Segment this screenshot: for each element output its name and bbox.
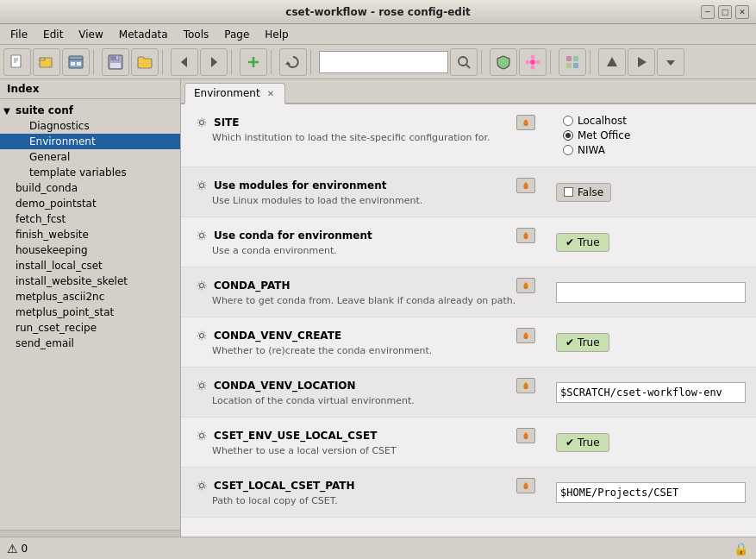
menu-item-metadata[interactable]: Metadata: [112, 27, 175, 42]
tree-label: Diagnostics: [29, 120, 90, 132]
tree-item-fetch_fcst[interactable]: fetch_fcst: [0, 211, 180, 227]
trigger-btn-5[interactable]: [516, 378, 535, 393]
refresh-button[interactable]: [279, 48, 307, 76]
menu-item-help[interactable]: Help: [258, 27, 295, 42]
left-panel: Index ▼suite confDiagnosticsEnvironmentG…: [0, 79, 181, 537]
true-btn-6[interactable]: ✔True: [556, 433, 609, 452]
tree-area: ▼suite confDiagnosticsEnvironmentGeneral…: [0, 99, 180, 530]
toolbar-separator-7: [550, 50, 555, 74]
tree-label: install_website_skelet: [16, 275, 128, 287]
tree-item-general[interactable]: General: [0, 149, 180, 165]
text-input-5[interactable]: [556, 382, 746, 403]
radio-item-0-2[interactable]: NIWA: [563, 144, 630, 156]
content-area: SITEWhich institution to load the site-s…: [181, 104, 756, 537]
window-title: cset-workflow - rose config-edit: [55, 6, 701, 18]
right-panel: Environment ✕ SITEWhich institution to l…: [181, 79, 756, 537]
more-button[interactable]: [657, 48, 684, 76]
title-bar: cset-workflow - rose config-edit ─ □ ✕: [0, 0, 756, 24]
menu-item-edit[interactable]: Edit: [36, 27, 70, 42]
svg-point-41: [200, 334, 204, 338]
folder-open-button[interactable]: [131, 48, 159, 76]
trigger-btn-0[interactable]: [516, 115, 535, 130]
config-row-desc-5: Location of the conda virtual environmen…: [188, 395, 542, 411]
trigger-btn-1[interactable]: [516, 178, 535, 193]
search-input[interactable]: [319, 51, 448, 73]
true-btn-4[interactable]: ✔True: [556, 333, 609, 352]
config-row-desc-6: Whether to use a local version of CSET: [188, 445, 542, 462]
tree-item-demo_pointstat[interactable]: demo_pointstat: [0, 196, 180, 211]
trigger-btn-6[interactable]: [516, 428, 535, 443]
tab-environment[interactable]: Environment ✕: [184, 83, 285, 104]
tree-item-environment[interactable]: Environment: [0, 134, 180, 149]
config-row-4: CONDA_VENV_CREATEWhether to (re)create t…: [181, 317, 756, 367]
up-button[interactable]: [598, 48, 626, 76]
index-header: Index: [0, 79, 180, 99]
trigger-btn-3[interactable]: [516, 278, 535, 293]
text-input-7[interactable]: [556, 482, 746, 503]
config-right-col-4: ✔True: [549, 317, 756, 367]
tree-item-run_cset_recipe[interactable]: run_cset_recipe: [0, 320, 180, 336]
config-row-desc-1: Use Linux modules to load the environmen…: [188, 195, 542, 211]
svg-rect-0: [11, 55, 21, 67]
tree-item-send_email[interactable]: send_email: [0, 336, 180, 351]
svg-point-19: [459, 57, 467, 66]
tab-close-button[interactable]: ✕: [266, 89, 276, 98]
menu-item-view[interactable]: View: [72, 27, 109, 42]
config-right-col-2: ✔True: [549, 217, 756, 267]
maximize-button[interactable]: □: [718, 5, 732, 19]
radio-item-0-1[interactable]: Met Office: [563, 129, 630, 141]
puzzle-button[interactable]: [559, 48, 586, 76]
radio-item-0-0[interactable]: Localhost: [563, 115, 630, 127]
flower-button[interactable]: [519, 48, 547, 76]
svg-rect-26: [566, 56, 572, 61]
menu-item-tools[interactable]: Tools: [177, 27, 216, 42]
tree-item-finish_website[interactable]: finish_website: [0, 227, 180, 242]
back-button[interactable]: [171, 48, 198, 76]
tree-item-housekeeping[interactable]: housekeeping: [0, 242, 180, 258]
tree-item-install_website_skelet[interactable]: install_website_skelet: [0, 273, 180, 289]
config-row-desc-3: Where to get conda from. Leave blank if …: [188, 295, 542, 311]
forward-button[interactable]: [200, 48, 228, 76]
tree-label: demo_pointstat: [16, 198, 97, 210]
config-two-col-2: Use conda for environmentUse a conda env…: [181, 217, 756, 267]
tree-item-install_local_cset[interactable]: install_local_cset: [0, 258, 180, 273]
checkbox-btn-1[interactable]: False: [556, 183, 611, 202]
menu-item-page[interactable]: Page: [217, 27, 256, 42]
search-button[interactable]: [450, 48, 478, 76]
tree-label: fetch_fcst: [16, 213, 66, 225]
menu-item-file[interactable]: File: [3, 27, 34, 42]
shield-button[interactable]: [490, 48, 517, 76]
toolbar-separator-6: [481, 50, 486, 74]
config-row-5: CONDA_VENV_LOCATIONLocation of the conda…: [181, 367, 756, 418]
tree-item-diagnostics[interactable]: Diagnostics: [0, 118, 180, 134]
open-button[interactable]: [33, 48, 60, 76]
trigger-btn-7[interactable]: [516, 478, 535, 493]
svg-point-24: [526, 60, 530, 64]
text-input-3[interactable]: [556, 282, 746, 303]
app-button[interactable]: [62, 48, 90, 76]
trigger-btn-4[interactable]: [516, 328, 535, 343]
toolbar-separator-1: [93, 50, 98, 74]
config-right-col-1: False: [549, 167, 756, 217]
minimize-button[interactable]: ─: [701, 5, 715, 19]
close-button[interactable]: ✕: [735, 5, 749, 19]
tree-item-build_conda[interactable]: build_conda: [0, 180, 180, 196]
disk-button[interactable]: [102, 48, 129, 76]
true-label-2: True: [578, 236, 600, 248]
play-button[interactable]: [628, 48, 655, 76]
add-button[interactable]: [240, 48, 267, 76]
svg-marker-15: [211, 57, 217, 67]
status-icon: ⚠: [7, 542, 18, 556]
tree-item-template-variables[interactable]: template variables: [0, 165, 180, 180]
new-button[interactable]: [3, 48, 31, 76]
scrollbar-stub[interactable]: [0, 530, 180, 537]
config-key-name-2: Use conda for environment: [214, 229, 511, 242]
tree-item-suite-conf[interactable]: ▼suite conf: [0, 103, 180, 118]
trigger-btn-2[interactable]: [516, 228, 535, 243]
tree-item-metplus_point_stat[interactable]: metplus_point_stat: [0, 305, 180, 320]
config-key-name-7: CSET_LOCAL_CSET_PATH: [214, 480, 511, 492]
config-left-col-7: CSET_LOCAL_CSET_PATHPath to local copy o…: [181, 468, 549, 517]
true-btn-2[interactable]: ✔True: [556, 233, 609, 252]
config-row-desc-2: Use a conda environment.: [188, 245, 542, 261]
tree-item-metplus_ascii2nc[interactable]: metplus_ascii2nc: [0, 289, 180, 305]
